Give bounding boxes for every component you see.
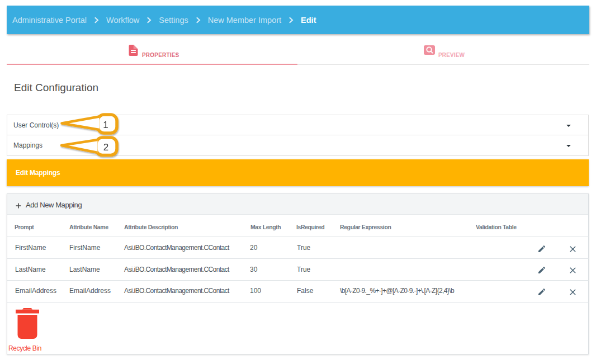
- svg-text:1: 1: [103, 120, 108, 130]
- svg-text:2: 2: [103, 142, 108, 153]
